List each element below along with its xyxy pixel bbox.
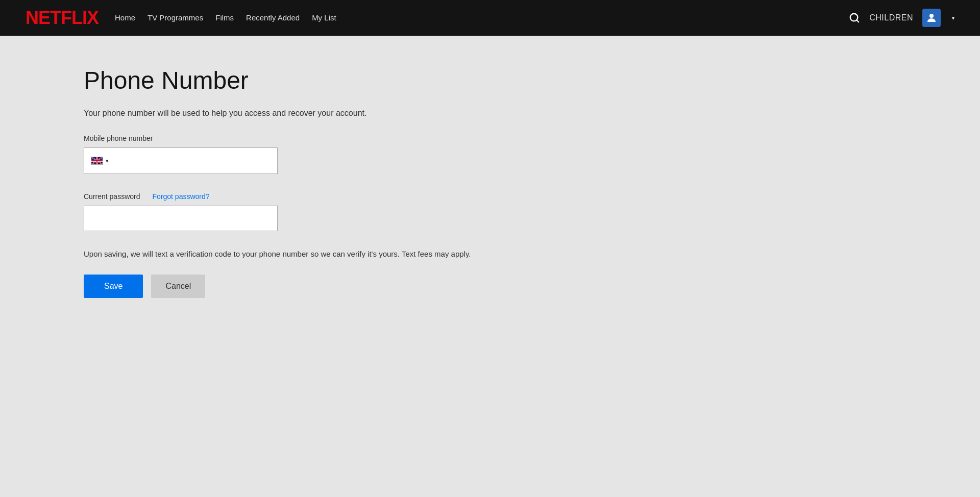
- country-selector-button[interactable]: ▾: [84, 148, 119, 173]
- nav-item-my-list[interactable]: My List: [312, 13, 336, 22]
- uk-flag-icon: [91, 157, 103, 165]
- phone-field-label: Mobile phone number: [84, 134, 896, 142]
- phone-field-section: Mobile phone number ▾: [84, 134, 896, 174]
- avatar-face-icon: [925, 12, 938, 24]
- dropdown-caret-icon[interactable]: ▾: [952, 15, 954, 21]
- svg-point-2: [929, 14, 934, 18]
- nav-link-recently-added[interactable]: Recently Added: [246, 13, 300, 22]
- svg-line-1: [856, 20, 859, 22]
- subtitle-text: Your phone number will be used to help y…: [84, 109, 896, 118]
- nav-item-tv[interactable]: TV Programmes: [148, 13, 203, 22]
- nav-link-films[interactable]: Films: [215, 13, 234, 22]
- phone-input-group: ▾: [84, 147, 278, 174]
- nav-link-tv[interactable]: TV Programmes: [148, 13, 203, 22]
- save-button[interactable]: Save: [84, 275, 143, 298]
- nav-link-my-list[interactable]: My List: [312, 13, 336, 22]
- search-button[interactable]: [849, 12, 860, 23]
- profile-avatar[interactable]: [922, 9, 941, 27]
- password-field-label: Current password: [84, 192, 140, 201]
- search-icon: [849, 12, 860, 23]
- navbar-left: NETFLIX Home TV Programmes Films Recentl…: [26, 7, 336, 29]
- phone-number-input[interactable]: [119, 148, 277, 173]
- password-section: Current password Forgot password?: [84, 192, 896, 231]
- verification-note: Upon saving, we will text a verification…: [84, 250, 584, 258]
- forgot-password-link[interactable]: Forgot password?: [153, 192, 210, 201]
- nav-links: Home TV Programmes Films Recently Added …: [115, 13, 336, 22]
- nav-item-home[interactable]: Home: [115, 13, 135, 22]
- navbar-right: CHILDREN ▾: [849, 9, 954, 27]
- main-content: Phone Number Your phone number will be u…: [0, 36, 980, 495]
- nav-item-recently-added[interactable]: Recently Added: [246, 13, 300, 22]
- password-label-row: Current password Forgot password?: [84, 192, 896, 201]
- netflix-logo[interactable]: NETFLIX: [26, 7, 99, 29]
- page-title: Phone Number: [84, 66, 896, 94]
- nav-item-films[interactable]: Films: [215, 13, 234, 22]
- dropdown-arrow-icon: ▾: [106, 158, 109, 164]
- footer-area: [0, 495, 980, 497]
- children-label: CHILDREN: [869, 13, 913, 22]
- button-row: Save Cancel: [84, 275, 896, 298]
- password-input[interactable]: [84, 206, 278, 231]
- cancel-button[interactable]: Cancel: [151, 275, 205, 298]
- nav-link-home[interactable]: Home: [115, 13, 135, 22]
- navbar: NETFLIX Home TV Programmes Films Recentl…: [0, 0, 980, 36]
